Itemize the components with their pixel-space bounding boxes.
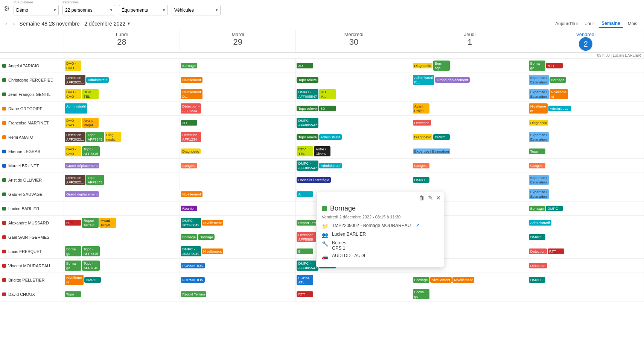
event-chip[interactable]: FORMATION xyxy=(181,277,205,283)
event-chip[interactable]: Diag nostic xyxy=(105,132,121,142)
event-chip[interactable]: Congés xyxy=(413,163,429,168)
event-chip[interactable]: Topo - AFF7845 xyxy=(82,261,100,271)
event-chip[interactable]: Nivellement xyxy=(202,220,224,226)
event-chip[interactable]: Administratif xyxy=(319,163,342,168)
event-chip[interactable]: Topo - AFF7845 xyxy=(86,132,104,142)
prev-week-button[interactable]: ‹ xyxy=(4,20,9,27)
event-chip[interactable]: Borna ge xyxy=(65,261,81,271)
event-chip[interactable]: Bornage xyxy=(413,277,429,283)
popup-edit-button[interactable]: ✎ xyxy=(428,194,433,201)
event-chip[interactable]: 3D xyxy=(319,106,336,111)
event-chip[interactable]: DMPC - AFF005547 xyxy=(297,118,318,128)
event-chip[interactable]: Nivelleme nt xyxy=(550,89,568,99)
event-chip[interactable]: DMPC xyxy=(529,234,545,240)
event-chip[interactable]: Détection xyxy=(529,248,547,254)
event-chip[interactable]: RDV TEL xyxy=(297,146,313,156)
event-chip[interactable]: Bornage xyxy=(198,234,215,240)
event-chip[interactable]: Topo - AFF7845 xyxy=(86,175,104,185)
event-chip[interactable]: Bornage xyxy=(550,77,566,83)
event-chip[interactable]: Expertise / Estimation xyxy=(529,175,549,185)
event-chip[interactable]: 3D xyxy=(297,63,313,68)
event-chip[interactable]: Grand déplacement xyxy=(435,77,469,83)
event-chip[interactable]: Topo - AFF7845 xyxy=(82,146,100,156)
event-chip[interactable]: Topo relevé xyxy=(297,106,318,111)
event-chip[interactable]: Administrati R... xyxy=(413,75,435,85)
event-chip[interactable]: Réunion xyxy=(181,206,197,211)
event-chip[interactable]: Report Terrain xyxy=(82,218,99,228)
event-chip[interactable]: Nivelleme nt xyxy=(65,275,84,285)
event-chip[interactable]: Topo relevé xyxy=(297,77,318,83)
event-chip[interactable]: Détection - AFF2022... xyxy=(65,132,85,142)
event-chip[interactable]: DMPC xyxy=(546,206,563,211)
event-chip[interactable]: DMPC - 2022-0049 xyxy=(181,218,201,228)
event-chip[interactable]: Nivelleme nt xyxy=(529,103,548,114)
event-chip[interactable]: Détection - AFF1234 xyxy=(181,132,201,142)
event-chip[interactable]: Topo relevé xyxy=(297,134,318,140)
popup-delete-button[interactable]: 🗑 xyxy=(419,195,425,201)
event-chip[interactable]: FORMATION xyxy=(181,263,205,268)
event-chip[interactable]: Diagnostic xyxy=(413,63,432,68)
event-chip[interactable]: Conseils / Stratégie xyxy=(297,177,330,183)
event-chip[interactable]: Détection - AFF2022... xyxy=(65,175,85,185)
day-view-button[interactable]: Jour xyxy=(582,20,597,28)
vehicules-select[interactable]: Véhicules xyxy=(172,5,221,15)
event-chip[interactable]: DMPC - 2022-0049 xyxy=(181,246,201,256)
event-chip[interactable]: Expertise / Estimation xyxy=(529,132,549,142)
event-chip[interactable]: Administratif xyxy=(529,220,551,226)
event-chip[interactable]: Détection - AFF5888 xyxy=(297,232,317,242)
event-chip[interactable]: Administratif ... xyxy=(65,103,87,114)
event-chip[interactable]: Diagnostic xyxy=(413,134,432,140)
event-chip[interactable]: Diagnostic xyxy=(181,148,200,154)
event-chip[interactable]: Administratif xyxy=(86,77,109,83)
event-chip[interactable]: Topo xyxy=(65,291,81,297)
event-chip[interactable]: Autre / Divers xyxy=(314,146,330,156)
popup-external-link[interactable]: ↗ xyxy=(416,223,419,228)
week-view-button[interactable]: Semaine xyxy=(598,20,623,28)
event-chip[interactable]: Bornage xyxy=(529,206,545,211)
event-chip[interactable]: Détection - AFF2022... xyxy=(65,75,85,85)
month-view-button[interactable]: Mois xyxy=(625,20,640,28)
equipements-select[interactable]: Équipements xyxy=(119,5,168,15)
event-chip[interactable]: Bornage xyxy=(181,63,197,68)
personnes-select[interactable]: 22 personnes xyxy=(62,5,115,15)
popup-close-button[interactable]: ✕ xyxy=(436,194,441,201)
event-chip[interactable]: Born age xyxy=(433,61,450,71)
event-chip[interactable]: Administratif xyxy=(548,106,571,111)
event-chip[interactable]: Congés xyxy=(181,163,197,168)
event-chip[interactable]: Détection - AFF1234 xyxy=(181,103,201,114)
event-chip[interactable]: Avant Projet xyxy=(82,118,99,128)
event-chip[interactable]: A xyxy=(297,191,313,197)
event-chip[interactable]: DMPC - AFF005547 xyxy=(297,161,318,171)
event-chip[interactable]: Nivellement xyxy=(202,248,224,254)
event-chip[interactable]: DAO - CAO xyxy=(65,61,81,71)
event-chip[interactable]: DMPC xyxy=(413,177,429,183)
event-chip[interactable]: Avant Projet xyxy=(99,218,116,228)
event-chip[interactable]: DAO - CAO xyxy=(65,89,81,99)
event-chip[interactable]: Borna ge xyxy=(529,61,545,71)
event-chip[interactable]: Grand déplacement xyxy=(65,191,99,197)
event-chip[interactable]: Nivellement xyxy=(181,191,202,197)
event-chip[interactable]: Détection xyxy=(529,263,547,268)
event-chip[interactable]: Expertise / Estimation xyxy=(529,189,549,199)
event-chip[interactable]: Diagnostic xyxy=(529,120,548,126)
today-button[interactable]: Aujourd'hui xyxy=(552,20,581,28)
event-chip[interactable]: 3D xyxy=(181,120,197,126)
event-chip[interactable]: DMPC xyxy=(529,277,545,283)
event-chip[interactable]: Nivellement xyxy=(430,277,452,283)
event-chip[interactable]: DMPC - AFF005547 xyxy=(297,261,318,271)
event-chip[interactable]: Détection xyxy=(413,120,431,126)
event-chip[interactable]: Congés xyxy=(529,163,545,168)
event-chip[interactable]: Expertise / Estimation xyxy=(413,148,451,154)
event-chip[interactable]: DMPC - AFF005547 xyxy=(297,89,318,99)
event-chip[interactable]: DMPC xyxy=(84,277,101,283)
event-chip[interactable]: DAO - CAO xyxy=(65,118,81,128)
event-chip[interactable]: Report Terrain xyxy=(181,291,206,297)
event-chip[interactable]: Avant Projet xyxy=(413,103,429,114)
vue-preferee-select[interactable]: Démo xyxy=(14,5,59,15)
event-chip[interactable]: B xyxy=(297,248,313,254)
event-chip[interactable]: RTT xyxy=(548,248,564,254)
event-chip[interactable]: Topo - AFF7845 xyxy=(82,246,100,256)
event-chip[interactable]: RTT xyxy=(65,220,81,226)
event-chip[interactable]: RDV TEL xyxy=(82,89,99,99)
event-chip[interactable]: FORM ATL... xyxy=(297,275,313,285)
